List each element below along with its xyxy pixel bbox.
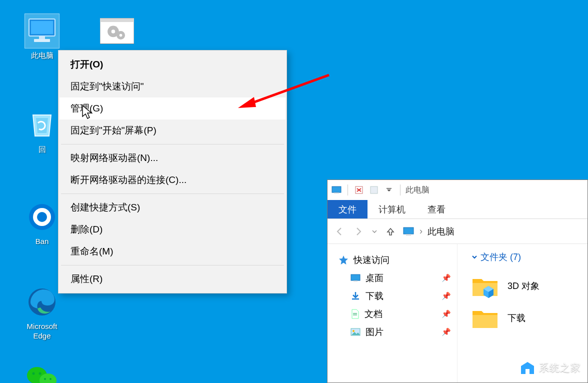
sidebar-label: 快速访问: [354, 254, 390, 266]
svg-point-17: [39, 372, 42, 375]
svg-rect-1: [31, 21, 53, 34]
svg-rect-5: [100, 18, 134, 22]
svg-rect-23: [334, 192, 339, 194]
nav-up-icon[interactable]: [384, 224, 398, 238]
this-pc-icon: [402, 226, 414, 236]
recycle-bin-icon: [25, 108, 59, 142]
pin-icon: 📌: [442, 292, 451, 300]
menu-separator: [61, 265, 284, 266]
sidebar: 快速访问 桌面 📌 下载 📌 文档 📌 图片 📌: [328, 244, 458, 382]
desktop-icon: [350, 274, 360, 282]
edge-icon: [25, 285, 59, 319]
desktop-icon-settings[interactable]: [92, 14, 142, 51]
menu-item-disconnect-drive[interactable]: 断开网络驱动器的连接(C)...: [60, 169, 286, 191]
svg-rect-29: [351, 274, 360, 280]
menu-separator: [61, 194, 284, 194]
menu-item-pin-quick-access[interactable]: 固定到"快速访问": [60, 76, 286, 98]
folder-icon: [472, 306, 498, 330]
settings-shortcut-icon: [100, 14, 134, 48]
menu-item-create-shortcut[interactable]: 创建快捷方式(S): [60, 196, 286, 218]
section-header-folders[interactable]: 文件夹 (7): [472, 251, 584, 270]
menu-item-manage[interactable]: 管理(G): [60, 98, 286, 120]
svg-point-18: [44, 378, 46, 380]
pin-icon: 📌: [442, 310, 451, 318]
watermark: 系统之家: [519, 359, 581, 376]
star-icon: [338, 255, 348, 265]
sidebar-label: 下载: [366, 290, 384, 302]
picture-icon: [350, 328, 360, 336]
tab-computer[interactable]: 计算机: [368, 200, 416, 218]
navigation-bar: › 此电脑: [328, 219, 588, 244]
wechat-icon: [25, 360, 59, 383]
chevron-down-icon: [472, 254, 478, 260]
sidebar-item-documents[interactable]: 文档 📌: [336, 305, 453, 323]
folder-label: 下载: [508, 312, 526, 324]
download-icon: [350, 291, 360, 301]
svg-rect-32: [353, 314, 357, 316]
system-menu-icon[interactable]: [330, 184, 342, 196]
svg-point-8: [112, 30, 116, 34]
section-header-label: 文件夹 (7): [480, 251, 521, 263]
desktop-icon-label: Microsoft Edge: [17, 322, 67, 341]
watermark-text: 系统之家: [539, 361, 581, 374]
desktop-icon-wechat[interactable]: [17, 360, 67, 383]
menu-item-map-drive[interactable]: 映射网络驱动器(N)...: [60, 147, 286, 169]
qat-dropdown-icon[interactable]: [383, 184, 395, 196]
svg-rect-2: [34, 39, 50, 42]
svg-point-12: [37, 212, 47, 222]
svg-point-19: [50, 378, 52, 380]
qat-properties-icon[interactable]: [353, 184, 365, 196]
menu-item-rename[interactable]: 重命名(M): [60, 240, 286, 262]
svg-rect-26: [386, 188, 392, 189]
svg-point-9: [120, 34, 122, 37]
nav-forward-icon[interactable]: [352, 224, 366, 238]
qat-blank-icon[interactable]: [368, 184, 380, 196]
svg-rect-27: [404, 228, 414, 234]
sidebar-label: 文档: [364, 308, 382, 320]
tab-view[interactable]: 查看: [416, 200, 456, 218]
folder-label: 3D 对象: [508, 280, 540, 292]
breadcrumb-text: 此电脑: [428, 226, 454, 238]
sidebar-item-desktop[interactable]: 桌面 📌: [336, 269, 453, 287]
sidebar-item-downloads[interactable]: 下载 📌: [336, 287, 453, 305]
folder-item-downloads[interactable]: 下载: [472, 302, 584, 334]
folder-icon: [472, 274, 498, 298]
svg-point-16: [32, 372, 35, 375]
svg-rect-28: [406, 234, 411, 236]
folder-item-3d-objects[interactable]: 3D 对象: [472, 270, 584, 302]
svg-rect-35: [526, 369, 530, 374]
sidebar-item-pictures[interactable]: 图片 📌: [336, 323, 453, 341]
sidebar-label: 桌面: [366, 272, 384, 284]
sidebar-label: 图片: [366, 326, 384, 338]
separator: [348, 184, 348, 196]
menu-item-open[interactable]: 打开(O): [60, 54, 286, 76]
pin-icon: 📌: [442, 274, 451, 282]
svg-rect-25: [370, 186, 378, 194]
ribbon-tabs: 文件 计算机 查看: [328, 200, 588, 219]
bandicam-icon: [25, 200, 59, 234]
nav-back-icon[interactable]: [332, 224, 346, 238]
nav-recent-dropdown-icon[interactable]: [370, 224, 378, 238]
menu-item-pin-start[interactable]: 固定到"开始"屏幕(P): [60, 120, 286, 142]
window-title: 此电脑: [406, 185, 430, 196]
svg-rect-22: [332, 186, 341, 192]
menu-separator: [61, 144, 284, 144]
separator: [400, 184, 400, 196]
context-menu: 打开(O) 固定到"快速访问" 管理(G) 固定到"开始"屏幕(P) 映射网络驱…: [58, 50, 287, 294]
address-bar[interactable]: › 此电脑: [402, 226, 454, 238]
svg-rect-31: [353, 313, 357, 314]
menu-item-properties[interactable]: 属性(R): [60, 268, 286, 290]
watermark-logo-icon: [519, 359, 536, 376]
svg-rect-3: [39, 36, 45, 39]
pin-icon: 📌: [442, 328, 451, 336]
explorer-window: 此电脑 文件 计算机 查看 › 此电脑 快速访问: [327, 180, 588, 383]
tab-file[interactable]: 文件: [328, 200, 368, 218]
titlebar[interactable]: 此电脑: [328, 180, 588, 200]
document-icon: [350, 309, 360, 319]
sidebar-item-quick-access[interactable]: 快速访问: [336, 251, 453, 269]
svg-point-34: [352, 330, 354, 332]
svg-rect-30: [354, 280, 358, 282]
menu-item-delete[interactable]: 删除(D): [60, 218, 286, 240]
this-pc-icon: [25, 14, 59, 48]
